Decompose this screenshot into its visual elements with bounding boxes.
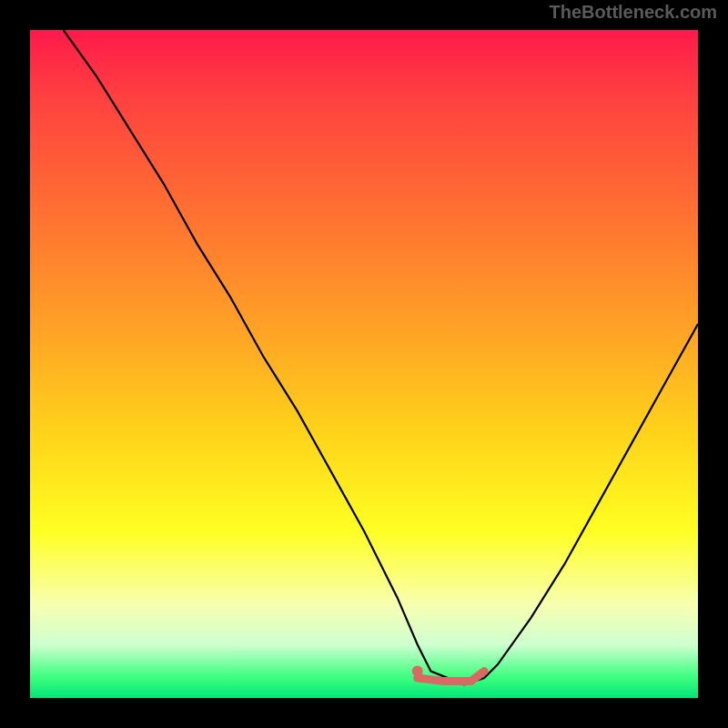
chart-plot-area — [30, 30, 698, 698]
optimal-marker-dot — [412, 666, 423, 677]
optimal-range-path — [418, 672, 484, 682]
watermark-text: TheBottleneck.com — [550, 2, 717, 23]
chart-svg — [30, 30, 698, 698]
bottleneck-curve-path — [64, 30, 698, 684]
